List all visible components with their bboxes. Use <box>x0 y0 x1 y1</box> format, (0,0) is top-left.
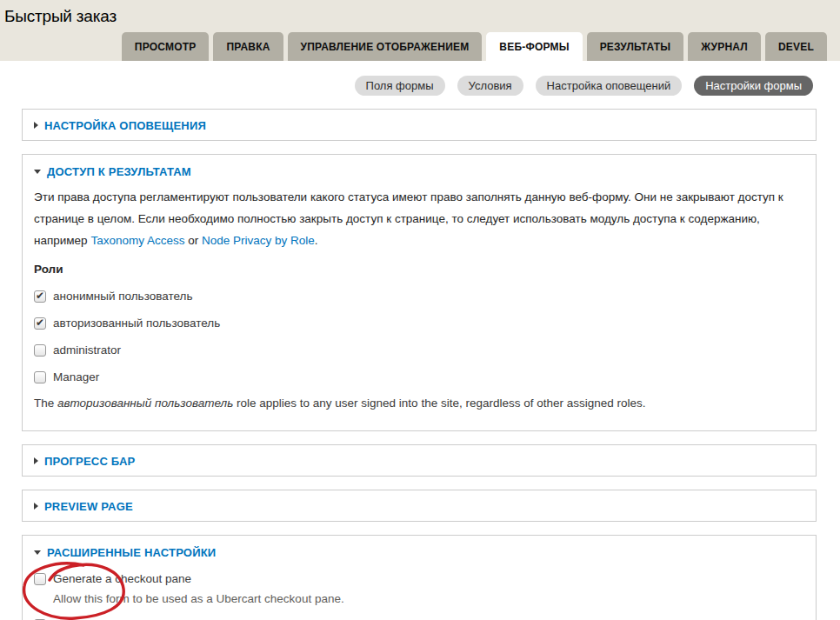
role-administrator-checkbox[interactable] <box>34 344 46 357</box>
fieldset-notification-settings-toggle[interactable]: НАСТРОЙКА ОПОВЕЩЕНИЯ <box>34 119 206 132</box>
sentence-end: . <box>315 234 318 247</box>
role-anonymous-checkbox[interactable] <box>34 290 46 303</box>
main-content: НАСТРОЙКА ОПОВЕЩЕНИЯ ДОСТУП К РЕЗУЛЬТАТА… <box>0 109 840 620</box>
taxonomy-access-link[interactable]: Taxonomy Access <box>90 234 184 247</box>
fieldset-advanced-settings: РАСШИРЕННЫЕ НАСТРОЙКИ Generate a checkou… <box>22 535 817 620</box>
role-row-manager[interactable]: Manager <box>34 370 804 383</box>
subtab-notification-setup[interactable]: Настройка оповещений <box>536 76 683 96</box>
role-administrator-label: administrator <box>53 343 121 357</box>
tab-devel[interactable]: DEVEL <box>765 32 827 61</box>
fieldset-progress-bar-toggle[interactable]: ПРОГРЕСС БАР <box>34 455 135 468</box>
fieldset-legend-text: PREVIEW PAGE <box>44 500 133 513</box>
checkout-pane-row[interactable]: Generate a checkout pane <box>34 572 804 585</box>
page-title: Быстрый заказ <box>0 0 840 26</box>
checkout-pane-label: Generate a checkout pane <box>53 572 191 585</box>
fieldset-legend-text: НАСТРОЙКА ОПОВЕЩЕНИЯ <box>44 119 206 132</box>
tab-log[interactable]: ЖУРНАЛ <box>688 32 761 61</box>
checkout-pane-checkbox[interactable] <box>34 573 46 585</box>
role-authenticated-label: авторизованный пользователь <box>53 317 220 330</box>
role-row-anonymous[interactable]: анонимный пользователь <box>34 290 804 303</box>
fieldset-preview-page: PREVIEW PAGE <box>22 490 817 522</box>
tab-webforms[interactable]: ВЕБ-ФОРМЫ <box>486 32 582 61</box>
fieldset-legend-text: РАСШИРЕННЫЕ НАСТРОЙКИ <box>47 546 216 559</box>
roles-label: Роли <box>34 263 804 276</box>
checkout-pane-description: Allow this form to be used as a Ubercart… <box>53 592 804 605</box>
tab-edit[interactable]: ПРАВКА <box>213 32 283 61</box>
collapsed-arrow-icon <box>34 122 38 129</box>
fieldset-notification-settings: НАСТРОЙКА ОПОВЕЩЕНИЯ <box>22 109 817 141</box>
fieldset-advanced-settings-toggle[interactable]: РАСШИРЕННЫЕ НАСТРОЙКИ <box>34 546 216 559</box>
fieldset-progress-bar: ПРОГРЕСС БАР <box>22 444 817 477</box>
link-separator-text: or <box>184 234 202 247</box>
primary-tabs: ПРОСМОТР ПРАВКА УПРАВЛЕНИЕ ОТОБРАЖЕНИЕМ … <box>0 32 840 61</box>
tab-results[interactable]: РЕЗУЛЬТАТЫ <box>587 32 684 61</box>
role-row-authenticated[interactable]: авторизованный пользователь <box>34 317 804 330</box>
tab-manage-display[interactable]: УПРАВЛЕНИЕ ОТОБРАЖЕНИЕМ <box>288 32 483 61</box>
collapsed-arrow-icon <box>34 457 38 464</box>
role-manager-checkbox[interactable] <box>34 371 46 383</box>
node-privacy-link[interactable]: Node Privacy by Role <box>202 234 315 247</box>
subtab-conditions[interactable]: Условия <box>457 76 523 96</box>
fieldset-preview-page-toggle[interactable]: PREVIEW PAGE <box>34 500 133 513</box>
fieldset-results-access-toggle[interactable]: ДОСТУП К РЕЗУЛЬТАТАМ <box>34 165 191 178</box>
subtab-form-settings[interactable]: Настройки формы <box>694 76 813 96</box>
expanded-arrow-icon <box>34 550 41 555</box>
note-prefix: The <box>34 397 57 410</box>
role-manager-label: Manager <box>53 370 99 383</box>
page-header: Быстрый заказ ПРОСМОТР ПРАВКА УПРАВЛЕНИЕ… <box>0 0 840 61</box>
collapsed-arrow-icon <box>34 503 38 510</box>
expanded-arrow-icon <box>34 170 41 174</box>
fieldset-legend-text: ДОСТУП К РЕЗУЛЬТАТАМ <box>47 165 191 178</box>
secondary-tabs: Поля формы Условия Настройка оповещений … <box>0 61 840 96</box>
note-suffix: role applies to any user signed into the… <box>233 397 645 410</box>
fieldset-results-access: ДОСТУП К РЕЗУЛЬТАТАМ Эти права доступа р… <box>22 154 817 431</box>
access-description: Эти права доступа регламентируют пользов… <box>34 186 804 251</box>
role-authenticated-checkbox[interactable] <box>34 317 46 330</box>
authenticated-role-note: The авторизованный пользователь role app… <box>34 397 804 423</box>
subtab-form-fields[interactable]: Поля формы <box>355 76 445 96</box>
role-row-administrator[interactable]: administrator <box>34 343 804 357</box>
fieldset-legend-text: ПРОГРЕСС БАР <box>44 455 135 468</box>
note-emphasis: авторизованный пользователь <box>57 397 233 410</box>
role-anonymous-label: анонимный пользователь <box>53 290 192 303</box>
tab-view[interactable]: ПРОСМОТР <box>122 32 210 61</box>
